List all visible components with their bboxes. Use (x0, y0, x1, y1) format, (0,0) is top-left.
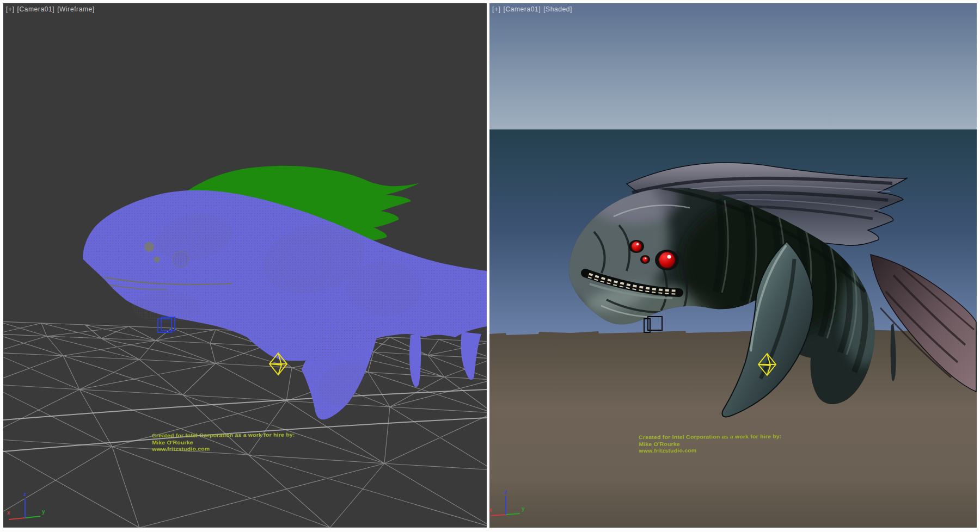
viewport-shading-label[interactable]: [Wireframe] (57, 5, 95, 13)
viewport-wireframe[interactable]: x y z [+] [Camera01] [Wireframe] Created… (3, 3, 487, 528)
eye-highlight (645, 258, 647, 259)
wireframe-eye-spot (144, 242, 154, 252)
viewport-label-bar: [+] [Camera01] [Wireframe] (6, 5, 95, 13)
viewport-camera-label[interactable]: [Camera01] (503, 5, 541, 13)
wireframe-rear-lobe (409, 332, 481, 387)
sky-background (489, 3, 977, 129)
red-eye-small (642, 257, 648, 263)
credit-text: Created for Intel Corporation as a work … (639, 433, 782, 454)
axis-y-label: y (42, 509, 45, 515)
credit-line-3: www.fritzstudio.com (639, 447, 782, 454)
viewport-shaded[interactable]: x y z [+] [Camera01] [Shaded] Created fo… (489, 3, 977, 528)
wireframe-eye-spot-small (154, 257, 160, 263)
viewport-camera-label[interactable]: [Camera01] (17, 5, 54, 13)
red-eye-medium (632, 242, 642, 252)
credit-line-3: www.fritzstudio.com (152, 445, 295, 453)
sand-ground[interactable] (489, 329, 977, 528)
eye-highlight (636, 243, 639, 245)
viewport-split-layout: x y z [+] [Camera01] [Wireframe] Created… (0, 0, 980, 532)
axis-x-label: x (489, 507, 492, 513)
credit-text: Created for Intel Corporation as a work … (152, 431, 295, 453)
axis-z-label: z (504, 489, 507, 495)
axis-z-label: z (23, 491, 26, 497)
wireframe-eye-spot-large (173, 252, 189, 268)
viewport-shading-label[interactable]: [Shaded] (543, 5, 572, 13)
viewport-menu-button[interactable]: [+] (6, 5, 14, 13)
credit-line-1: Created for Intel Corporation as a work … (639, 433, 782, 441)
axis-tripod: x y z (7, 491, 45, 519)
axis-x-label: x (7, 510, 10, 516)
viewport-menu-button[interactable]: [+] (492, 5, 500, 13)
wireframe-fish-model[interactable] (83, 166, 487, 419)
axis-y-label: y (522, 506, 525, 512)
eye-highlight (667, 255, 671, 259)
viewport-label-bar: [+] [Camera01] [Shaded] (492, 5, 572, 13)
red-eye-large (659, 252, 675, 268)
credit-line-1: Created for Intel Corporation as a work … (152, 431, 295, 439)
